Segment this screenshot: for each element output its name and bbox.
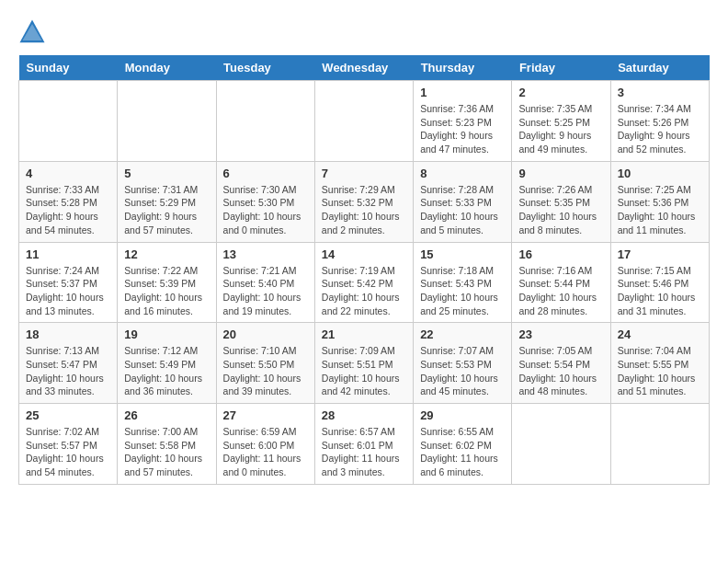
calendar-week-2: 4Sunrise: 7:33 AMSunset: 5:28 PMDaylight… xyxy=(19,161,710,242)
day-number: 12 xyxy=(124,247,209,261)
day-number: 4 xyxy=(26,167,110,180)
day-info: Sunrise: 6:57 AMSunset: 6:01 PMDaylight:… xyxy=(322,425,406,479)
calendar-cell: 12Sunrise: 7:22 AMSunset: 5:39 PMDayligh… xyxy=(118,242,216,323)
calendar-cell: 13Sunrise: 7:21 AMSunset: 5:40 PMDayligh… xyxy=(216,242,314,323)
day-info: Sunrise: 7:28 AMSunset: 5:33 PMDaylight:… xyxy=(420,183,505,237)
calendar-cell: 22Sunrise: 7:07 AMSunset: 5:53 PMDayligh… xyxy=(414,323,512,404)
page-header xyxy=(18,18,710,46)
calendar-table: SundayMondayTuesdayWednesdayThursdayFrid… xyxy=(18,55,710,485)
day-info: Sunrise: 7:16 AMSunset: 5:44 PMDaylight:… xyxy=(518,264,603,318)
day-info: Sunrise: 7:02 AMSunset: 5:57 PMDaylight:… xyxy=(26,425,110,479)
day-number: 3 xyxy=(618,86,702,99)
logo xyxy=(18,18,50,46)
calendar-cell xyxy=(512,404,610,485)
day-number: 17 xyxy=(618,247,702,261)
calendar-cell: 6Sunrise: 7:30 AMSunset: 5:30 PMDaylight… xyxy=(216,161,314,242)
day-number: 2 xyxy=(518,86,603,99)
day-number: 8 xyxy=(420,167,505,180)
calendar-cell: 11Sunrise: 7:24 AMSunset: 5:37 PMDayligh… xyxy=(19,242,118,323)
calendar-cell xyxy=(216,81,314,162)
calendar-cell: 4Sunrise: 7:33 AMSunset: 5:28 PMDaylight… xyxy=(19,161,118,242)
col-header-monday: Monday xyxy=(118,55,216,81)
calendar-cell: 25Sunrise: 7:02 AMSunset: 5:57 PMDayligh… xyxy=(19,404,118,485)
day-info: Sunrise: 7:15 AMSunset: 5:46 PMDaylight:… xyxy=(618,264,702,318)
calendar-cell: 23Sunrise: 7:05 AMSunset: 5:54 PMDayligh… xyxy=(512,323,610,404)
calendar-week-1: 1Sunrise: 7:36 AMSunset: 5:23 PMDaylight… xyxy=(19,81,710,162)
col-header-thursday: Thursday xyxy=(414,55,512,81)
calendar-cell: 8Sunrise: 7:28 AMSunset: 5:33 PMDaylight… xyxy=(414,161,512,242)
calendar-cell xyxy=(19,81,118,162)
calendar-cell: 2Sunrise: 7:35 AMSunset: 5:25 PMDaylight… xyxy=(512,81,610,162)
day-info: Sunrise: 7:31 AMSunset: 5:29 PMDaylight:… xyxy=(124,183,209,237)
col-header-wednesday: Wednesday xyxy=(314,55,413,81)
calendar-cell: 27Sunrise: 6:59 AMSunset: 6:00 PMDayligh… xyxy=(216,404,314,485)
calendar-cell: 16Sunrise: 7:16 AMSunset: 5:44 PMDayligh… xyxy=(512,242,610,323)
day-info: Sunrise: 7:36 AMSunset: 5:23 PMDaylight:… xyxy=(420,102,505,156)
day-number: 9 xyxy=(518,167,603,180)
day-info: Sunrise: 7:12 AMSunset: 5:49 PMDaylight:… xyxy=(124,344,209,398)
calendar-cell: 9Sunrise: 7:26 AMSunset: 5:35 PMDaylight… xyxy=(512,161,610,242)
day-number: 29 xyxy=(420,408,505,422)
day-number: 7 xyxy=(322,167,406,180)
calendar-cell xyxy=(118,81,216,162)
day-info: Sunrise: 7:29 AMSunset: 5:32 PMDaylight:… xyxy=(322,183,406,237)
calendar-cell: 1Sunrise: 7:36 AMSunset: 5:23 PMDaylight… xyxy=(414,81,512,162)
col-header-friday: Friday xyxy=(512,55,610,81)
calendar-cell: 18Sunrise: 7:13 AMSunset: 5:47 PMDayligh… xyxy=(19,323,118,404)
day-info: Sunrise: 7:21 AMSunset: 5:40 PMDaylight:… xyxy=(223,264,308,318)
day-number: 11 xyxy=(26,247,110,261)
day-info: Sunrise: 7:33 AMSunset: 5:28 PMDaylight:… xyxy=(26,183,110,237)
day-number: 20 xyxy=(223,327,308,341)
day-info: Sunrise: 7:05 AMSunset: 5:54 PMDaylight:… xyxy=(518,344,603,398)
calendar-cell: 14Sunrise: 7:19 AMSunset: 5:42 PMDayligh… xyxy=(314,242,413,323)
calendar-cell: 26Sunrise: 7:00 AMSunset: 5:58 PMDayligh… xyxy=(118,404,216,485)
calendar-header-row: SundayMondayTuesdayWednesdayThursdayFrid… xyxy=(19,55,710,81)
calendar-cell: 29Sunrise: 6:55 AMSunset: 6:02 PMDayligh… xyxy=(414,404,512,485)
day-info: Sunrise: 7:22 AMSunset: 5:39 PMDaylight:… xyxy=(124,264,209,318)
day-info: Sunrise: 7:09 AMSunset: 5:51 PMDaylight:… xyxy=(322,344,406,398)
day-info: Sunrise: 7:04 AMSunset: 5:55 PMDaylight:… xyxy=(618,344,702,398)
col-header-tuesday: Tuesday xyxy=(216,55,314,81)
day-number: 24 xyxy=(618,327,702,341)
day-info: Sunrise: 7:34 AMSunset: 5:26 PMDaylight:… xyxy=(618,102,702,156)
calendar-week-4: 18Sunrise: 7:13 AMSunset: 5:47 PMDayligh… xyxy=(19,323,710,404)
day-number: 23 xyxy=(518,327,603,341)
day-number: 10 xyxy=(618,167,702,180)
day-info: Sunrise: 7:26 AMSunset: 5:35 PMDaylight:… xyxy=(518,183,603,237)
day-number: 14 xyxy=(322,247,406,261)
day-info: Sunrise: 7:07 AMSunset: 5:53 PMDaylight:… xyxy=(420,344,505,398)
day-info: Sunrise: 7:00 AMSunset: 5:58 PMDaylight:… xyxy=(124,425,209,479)
day-info: Sunrise: 7:30 AMSunset: 5:30 PMDaylight:… xyxy=(223,183,308,237)
day-number: 22 xyxy=(420,327,505,341)
day-number: 5 xyxy=(124,167,209,180)
day-info: Sunrise: 6:55 AMSunset: 6:02 PMDaylight:… xyxy=(420,425,505,479)
calendar-cell: 7Sunrise: 7:29 AMSunset: 5:32 PMDaylight… xyxy=(314,161,413,242)
day-info: Sunrise: 6:59 AMSunset: 6:00 PMDaylight:… xyxy=(223,425,308,479)
calendar-cell: 24Sunrise: 7:04 AMSunset: 5:55 PMDayligh… xyxy=(610,323,709,404)
calendar-week-3: 11Sunrise: 7:24 AMSunset: 5:37 PMDayligh… xyxy=(19,242,710,323)
day-info: Sunrise: 7:10 AMSunset: 5:50 PMDaylight:… xyxy=(223,344,308,398)
day-info: Sunrise: 7:19 AMSunset: 5:42 PMDaylight:… xyxy=(322,264,406,318)
logo-icon xyxy=(18,18,46,46)
day-info: Sunrise: 7:13 AMSunset: 5:47 PMDaylight:… xyxy=(26,344,110,398)
calendar-cell: 5Sunrise: 7:31 AMSunset: 5:29 PMDaylight… xyxy=(118,161,216,242)
day-number: 6 xyxy=(223,167,308,180)
day-number: 26 xyxy=(124,408,209,422)
calendar-cell: 21Sunrise: 7:09 AMSunset: 5:51 PMDayligh… xyxy=(314,323,413,404)
day-info: Sunrise: 7:24 AMSunset: 5:37 PMDaylight:… xyxy=(26,264,110,318)
day-number: 16 xyxy=(518,247,603,261)
calendar-cell xyxy=(610,404,709,485)
day-info: Sunrise: 7:18 AMSunset: 5:43 PMDaylight:… xyxy=(420,264,505,318)
day-number: 25 xyxy=(26,408,110,422)
day-number: 18 xyxy=(26,327,110,341)
day-number: 27 xyxy=(223,408,308,422)
calendar-cell: 20Sunrise: 7:10 AMSunset: 5:50 PMDayligh… xyxy=(216,323,314,404)
day-number: 15 xyxy=(420,247,505,261)
calendar-cell: 10Sunrise: 7:25 AMSunset: 5:36 PMDayligh… xyxy=(610,161,709,242)
day-info: Sunrise: 7:25 AMSunset: 5:36 PMDaylight:… xyxy=(618,183,702,237)
day-info: Sunrise: 7:35 AMSunset: 5:25 PMDaylight:… xyxy=(518,102,603,156)
calendar-cell: 15Sunrise: 7:18 AMSunset: 5:43 PMDayligh… xyxy=(414,242,512,323)
day-number: 19 xyxy=(124,327,209,341)
calendar-cell: 28Sunrise: 6:57 AMSunset: 6:01 PMDayligh… xyxy=(314,404,413,485)
day-number: 28 xyxy=(322,408,406,422)
